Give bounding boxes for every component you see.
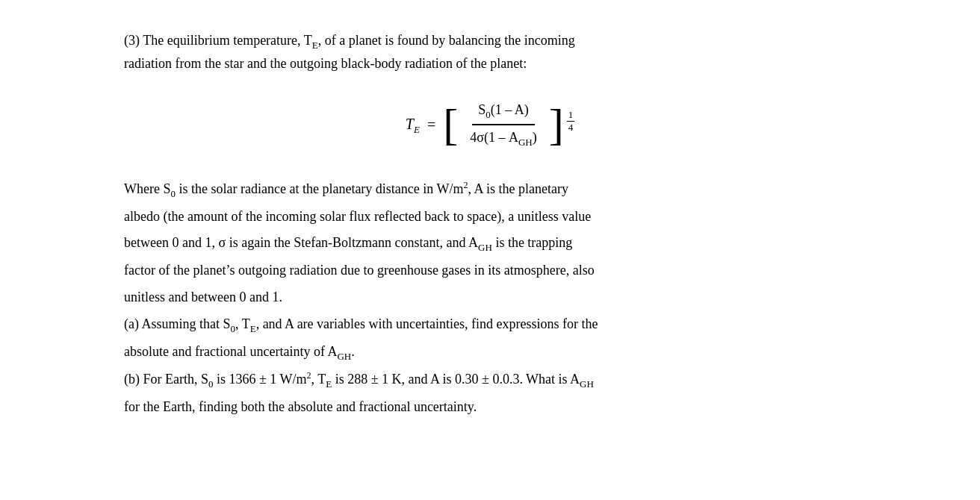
- formula-equals: =: [427, 113, 435, 137]
- para3-sub-gh: GH: [478, 242, 492, 253]
- numerator-text: S0(1 – A): [478, 102, 529, 117]
- para-b-cont3: is 288 ± 1 K, and A is 0.30 ± 0.0.3. Wha…: [332, 372, 580, 387]
- absolute-text-end: .: [351, 344, 355, 359]
- sub-0-where: 0: [170, 187, 176, 199]
- paragraph-albedo: albedo (the amount of the incoming solar…: [124, 206, 856, 228]
- para8-sub-gh: GH: [580, 378, 594, 389]
- intro-paragraph: (3) The equilibrium temperature, TE, of …: [124, 30, 856, 75]
- fraction-numerator: S0(1 – A): [472, 98, 535, 125]
- right-bracket: ]: [549, 102, 564, 147]
- paragraph-absolute: absolute and fractional uncertainty of A…: [124, 341, 856, 364]
- albedo-text: albedo (the amount of the incoming solar…: [124, 209, 591, 224]
- paragraph-between: between 0 and 1, σ is again the Stefan-B…: [124, 232, 856, 255]
- absolute-text-start: absolute and fractional uncertainty of A: [124, 344, 337, 359]
- paragraph-a: (a) Assuming that S0, TE, and A are vari…: [124, 313, 856, 337]
- para7-sub-gh: GH: [337, 350, 351, 361]
- paragraph-unitless: unitless and between 0 and 1.: [124, 287, 856, 309]
- exp-numerator: 1: [567, 109, 575, 122]
- para8-subE: E: [326, 378, 332, 389]
- para-b-cont2: , T: [311, 372, 326, 387]
- numerator-sub0: 0: [486, 108, 491, 119]
- paragraph-for-earth: for the Earth, finding both the absolute…: [124, 396, 856, 419]
- fraction: S0(1 – A) 4σ(1 – AGH): [464, 98, 542, 152]
- unitless-text: unitless and between 0 and 1.: [124, 290, 282, 304]
- formula-container: TE = [ S0(1 – A) 4σ(1 – AGH) ] 1 4: [124, 98, 856, 152]
- where-text: Where S0 is the solar radiance at the pl…: [124, 181, 568, 196]
- formula-lhs-T: TE: [406, 112, 420, 138]
- between-text-start: between 0 and 1, σ is again the Stefan-B…: [124, 235, 478, 250]
- intro-text-part1: (3) The equilibrium temperature, T: [124, 33, 312, 48]
- para-b-start: (b) For Earth, S: [124, 372, 208, 387]
- intro-sub-e: E: [312, 40, 318, 51]
- factor-text: factor of the planet’s outgoing radiatio…: [124, 263, 595, 278]
- paragraph-where: Where S0 is the solar radiance at the pl…: [124, 178, 856, 201]
- sup-2-where: 2: [464, 180, 468, 190]
- between-text-end: is the trapping: [492, 235, 572, 250]
- for-earth-text: for the Earth, finding both the absolute…: [124, 399, 477, 414]
- denominator-text: 4σ(1 – AGH): [470, 130, 536, 145]
- paragraph-factor: factor of the planet’s outgoing radiatio…: [124, 260, 856, 282]
- paragraph-b: (b) For Earth, S0 is 1366 ± 1 W/m2, TE i…: [124, 369, 856, 392]
- para-a-cont: , T: [235, 316, 250, 331]
- formula-sub-E: E: [414, 124, 420, 135]
- exponent-wrapper: 1 4: [567, 116, 575, 133]
- para-a-end: , and A are variables with uncertainties…: [256, 316, 598, 331]
- para-a-start: (a) Assuming that S: [124, 316, 231, 331]
- fraction-denominator: 4σ(1 – AGH): [464, 125, 542, 151]
- intro-text-part2: , of a planet is found by balancing the …: [318, 33, 575, 48]
- exponent-fraction: 1 4: [567, 109, 575, 133]
- intro-text-line2: radiation from the star and the outgoing…: [124, 56, 527, 71]
- page-content: (3) The equilibrium temperature, TE, of …: [79, 0, 901, 452]
- para-b-cont1: is 1366 ± 1 W/m: [213, 372, 306, 387]
- para6-subE: E: [250, 322, 256, 334]
- left-bracket: [: [443, 102, 458, 147]
- denom-sub-GH: GH: [518, 137, 533, 148]
- exp-denominator: 4: [567, 122, 575, 134]
- bracket-expression: [ S0(1 – A) 4σ(1 – AGH) ] 1 4: [443, 98, 574, 152]
